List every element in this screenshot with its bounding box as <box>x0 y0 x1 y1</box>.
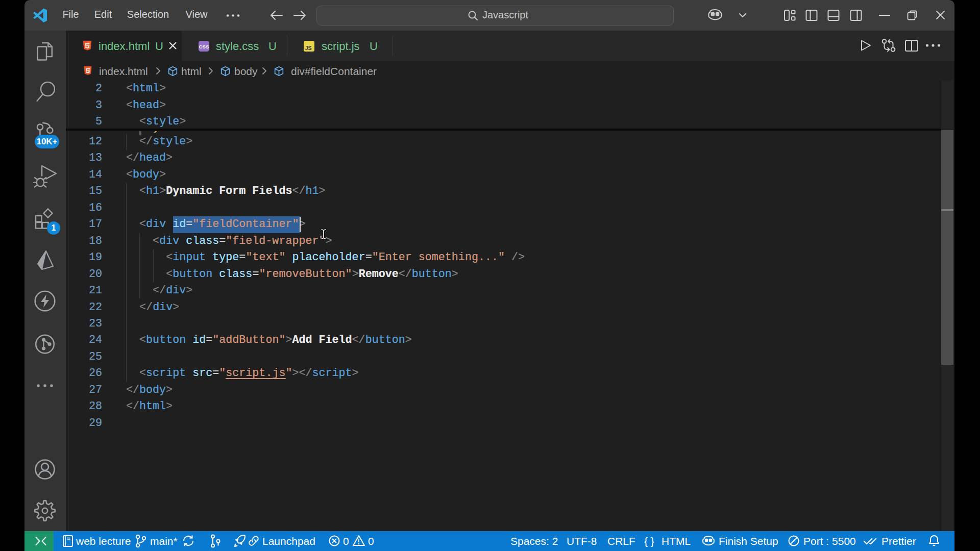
svg-text:JS: JS <box>305 45 312 51</box>
svg-text:CSS: CSS <box>199 44 209 49</box>
